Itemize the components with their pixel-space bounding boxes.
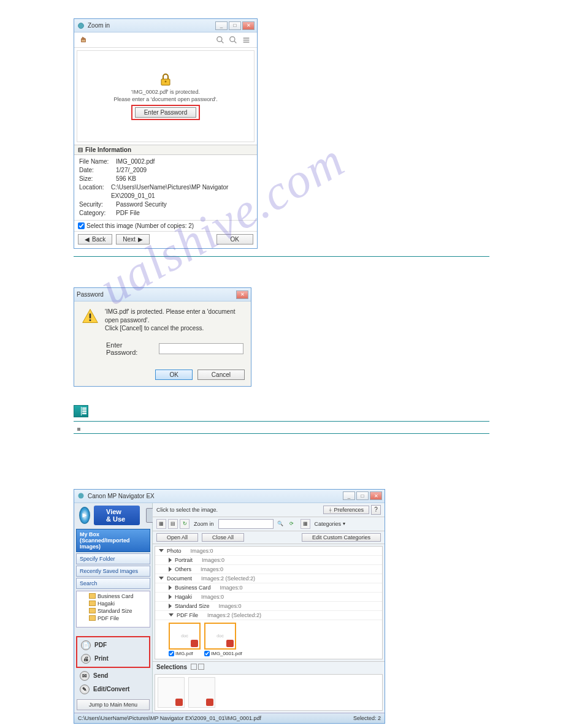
titlebar[interactable]: Zoom in _ □ ✕: [74, 19, 257, 32]
category-standard-size[interactable]: Standard Size Images:0: [155, 602, 382, 611]
svg-rect-7: [243, 41, 249, 42]
nav-close-button[interactable]: ✕: [370, 491, 382, 500]
action-pdf[interactable]: 📄PDF: [77, 639, 149, 652]
open-all-button[interactable]: Open All: [156, 533, 198, 542]
selection-thumb[interactable]: [158, 677, 185, 708]
location-label: Location:: [79, 183, 111, 200]
minimize-button[interactable]: _: [215, 21, 228, 30]
folder-icon: [89, 593, 96, 599]
zoom-in-icon[interactable]: [215, 34, 226, 45]
next-button[interactable]: Next▶: [116, 234, 150, 245]
enter-password-label: Enter Password:: [106, 341, 155, 356]
thumb-checkbox[interactable]: [169, 651, 174, 656]
svg-point-3: [229, 36, 234, 41]
note-divider-2: [74, 433, 489, 434]
window-title: Zoom in: [88, 22, 110, 29]
location-value: C:\Users\UserName\Pictures\MP Navigator …: [111, 183, 252, 200]
tab-recently-saved[interactable]: Recently Saved Images: [76, 566, 150, 577]
file-name-value: IMG_0002.pdf: [116, 157, 155, 166]
hand-icon[interactable]: [78, 34, 89, 45]
thumb-caption: IMG.pdf: [175, 651, 193, 656]
edit-custom-categories-button[interactable]: Edit Custom Categories: [302, 533, 381, 542]
preferences-button[interactable]: ⟊Preferences: [323, 506, 369, 514]
category-document[interactable]: Document Images:2 (Selected:2): [155, 574, 382, 583]
dialog-cancel-button[interactable]: Cancel: [197, 370, 245, 380]
close-all-button[interactable]: Close All: [202, 533, 244, 542]
action-print[interactable]: 🖨Print: [77, 652, 149, 665]
grid-view-icon[interactable]: ▦: [156, 519, 166, 529]
mp-navigator-window: Canon MP Navigator EX _ □ ✕ View & Use M…: [74, 489, 385, 724]
brand-arrow-icon: [79, 507, 90, 524]
svg-line-2: [221, 41, 223, 43]
file-name-label: File Name:: [79, 157, 116, 166]
folder-tree[interactable]: Business Card Hagaki Standard Size PDF F…: [76, 591, 150, 628]
grid-small-icon[interactable]: ▦: [301, 519, 310, 529]
chevron-down-icon[interactable]: ▾: [343, 521, 345, 526]
tab-mybox[interactable]: My Box (Scanned/Imported Images): [76, 529, 150, 552]
rotate-icon[interactable]: ↻: [180, 519, 190, 529]
dialog-close-button[interactable]: ✕: [236, 290, 248, 299]
size-label: Size:: [79, 175, 116, 183]
password-dialog: Password ✕ 'IMG.pdf' is protected. Pleas…: [74, 287, 251, 387]
help-button[interactable]: ?: [371, 505, 381, 515]
tree-item: Standard Size: [78, 607, 148, 615]
chevron-left-icon: ◀: [85, 236, 90, 243]
category-hagaki[interactable]: Hagaki Images:0: [155, 593, 382, 602]
list-icon[interactable]: [240, 34, 251, 45]
tab-search[interactable]: Search: [76, 578, 150, 589]
size-value: 596 KB: [116, 175, 136, 183]
select-image-checkbox[interactable]: [78, 222, 85, 229]
thumb-checkbox[interactable]: [204, 651, 210, 656]
password-input[interactable]: [159, 343, 243, 354]
search-input[interactable]: [218, 519, 274, 529]
list-view-icon[interactable]: ▤: [168, 519, 178, 529]
zoom-out-icon[interactable]: [228, 34, 239, 45]
selections-strip: [155, 674, 383, 711]
date-label: Date:: [79, 166, 116, 175]
jump-main-menu-button[interactable]: Jump to Main Menu: [77, 699, 150, 710]
view-use-button[interactable]: View & Use: [94, 506, 140, 525]
thumb-caption: IMG_0001.pdf: [211, 651, 242, 656]
select-all-icon[interactable]: [191, 664, 197, 670]
nav-minimize-button[interactable]: _: [343, 491, 355, 500]
deselect-all-icon[interactable]: [198, 664, 204, 670]
edit-icon: ✎: [80, 684, 90, 694]
app-icon: [77, 21, 85, 30]
click-select-label: Click to select the image.: [156, 507, 218, 513]
warning-icon: [82, 308, 99, 325]
svg-point-12: [79, 493, 84, 499]
maximize-button[interactable]: □: [229, 21, 241, 30]
back-button[interactable]: ◀Back: [78, 234, 112, 245]
security-label: Security:: [79, 200, 116, 209]
selections-header: Selections: [153, 661, 385, 672]
category-pdf-file[interactable]: PDF File Images:2 (Selected:2): [155, 611, 382, 620]
ok-button[interactable]: OK: [216, 234, 253, 245]
action-edit[interactable]: ✎Edit/Convert: [76, 683, 150, 696]
dialog-ok-button[interactable]: OK: [155, 370, 192, 380]
nav-titlebar[interactable]: Canon MP Navigator EX _ □ ✕: [74, 490, 385, 503]
dialog-titlebar[interactable]: Password ✕: [74, 288, 251, 301]
category-others[interactable]: Others Images:0: [155, 565, 382, 574]
close-button[interactable]: ✕: [242, 21, 255, 30]
tab-specify-folder[interactable]: Specify Folder: [76, 553, 150, 564]
category-portrait[interactable]: Portrait Images:0: [155, 556, 382, 565]
print-icon: 🖨: [81, 654, 91, 664]
selection-thumb[interactable]: [188, 677, 215, 708]
status-bar: C:\Users\UserName\Pictures\MP Navigator …: [74, 713, 385, 723]
file-info-header[interactable]: ⊟ File Information: [74, 145, 257, 155]
thumbnail[interactable]: doc IMG.pdf: [169, 623, 201, 656]
thumbnail[interactable]: doc IMG_0001.pdf: [204, 623, 236, 656]
lock-icon: [158, 72, 173, 87]
thumbnail-row: doc IMG.pdf doc IMG_0001.pdf: [155, 620, 382, 659]
category-business-card[interactable]: Business Card Images:0: [155, 583, 382, 593]
category-value: PDF File: [116, 209, 140, 218]
svg-line-4: [234, 41, 236, 43]
enter-password-button[interactable]: Enter Password: [135, 107, 197, 118]
refresh-icon[interactable]: ⟳: [287, 519, 297, 529]
magnify-icon[interactable]: 🔍: [275, 519, 285, 529]
zoom-in-toolbar-label[interactable]: Zoom in: [194, 521, 214, 527]
category-photo[interactable]: Photo Images:0: [155, 547, 382, 556]
categories-label[interactable]: Categories: [315, 521, 342, 527]
nav-maximize-button[interactable]: □: [356, 491, 369, 500]
action-send[interactable]: ✉Send: [76, 669, 150, 683]
